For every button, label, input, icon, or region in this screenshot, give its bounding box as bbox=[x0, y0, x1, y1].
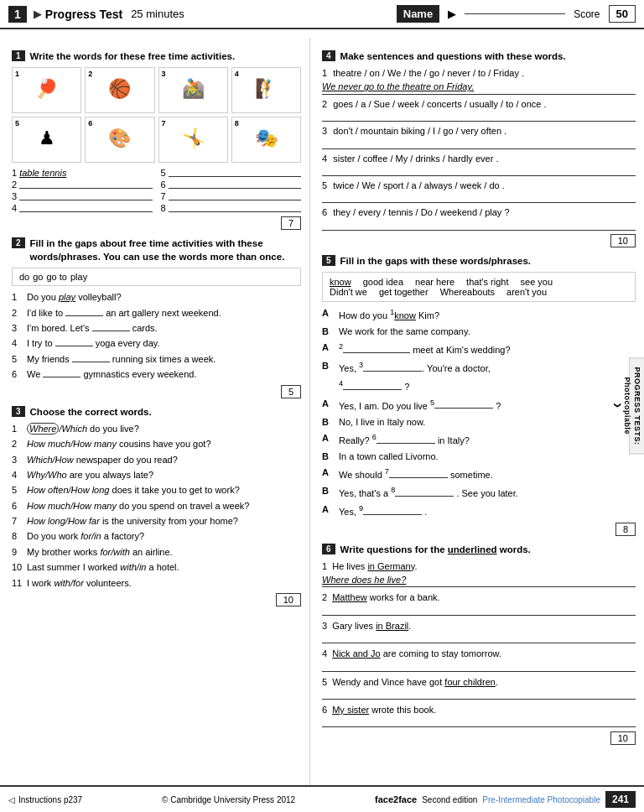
s6-answer-1: Where does he live? bbox=[322, 574, 636, 587]
section3-header: 3 Choose the correct words. bbox=[12, 405, 301, 419]
section6-num: 6 bbox=[322, 544, 335, 554]
s6-item-1: 1 He lives in Germany. Where does he liv… bbox=[322, 560, 636, 588]
footer-left: ◁ Instructions p237 bbox=[8, 795, 82, 804]
s6-underline-6: My sister bbox=[332, 705, 369, 715]
header-arrow: ▶ bbox=[34, 8, 42, 20]
s6-underline-3: in Brazil bbox=[376, 621, 408, 631]
dialogue-a6: A Yes, 9 . bbox=[322, 503, 636, 518]
s2-item-3: 3 I'm bored. Let's cards. bbox=[12, 322, 301, 335]
section3-score-box: 10 bbox=[12, 593, 301, 606]
s6-answer-2 bbox=[322, 606, 636, 616]
s6-underline-1: in Germany bbox=[367, 561, 414, 571]
s4-words-6: they / every / tennis / Do / weekend / p… bbox=[333, 207, 509, 217]
s2-answer-1: play bbox=[59, 292, 75, 302]
footer-right: face2face Second edition Pre-Intermediat… bbox=[375, 791, 636, 808]
dialogue-a5: A We should 7 sometime. bbox=[322, 466, 636, 481]
answer-rows: 1 table tennis 5 2 6 3 bbox=[12, 168, 301, 213]
s2-answer-4 bbox=[55, 346, 93, 346]
section4-score-box: 10 bbox=[322, 234, 636, 247]
section3-score: 10 bbox=[276, 593, 301, 606]
header-right: Name ▶ Score 50 bbox=[397, 5, 636, 23]
s3-item-2: 2 How much/How many cousins have you got… bbox=[12, 438, 301, 450]
s4-answer-3 bbox=[322, 139, 636, 149]
section5-word-bank: know good idea near here that's right se… bbox=[322, 272, 636, 302]
score-box: 50 bbox=[609, 5, 636, 23]
section2-list: 1 Do you play volleyball? 2 I'd like to … bbox=[12, 291, 301, 381]
activity-num-8: 8 bbox=[235, 119, 239, 128]
section4-list: 1 theatre / on / We / the / go / never /… bbox=[322, 67, 636, 231]
section5-title: Fill in the gaps with these words/phrase… bbox=[340, 254, 532, 268]
dialogue-b1: B We work for the same company. bbox=[322, 325, 636, 338]
activity-num-7: 7 bbox=[162, 119, 166, 128]
s4-item-2: 2 goes / a / Sue / week / concerts / usu… bbox=[322, 98, 636, 122]
s6-answer-3 bbox=[322, 633, 636, 643]
word-bank-row1: know good idea near here that's right se… bbox=[330, 277, 628, 287]
answer-row-2: 2 bbox=[12, 180, 153, 190]
s6-item-6: 6 My sister wrote this book. bbox=[322, 704, 636, 727]
footer-instructions[interactable]: Instructions p237 bbox=[18, 795, 82, 804]
activity-num-5: 5 bbox=[15, 119, 19, 128]
section4-header: 4 Make sentences and questions with thes… bbox=[322, 49, 636, 63]
section6-list: 1 He lives in Germany. Where does he liv… bbox=[322, 560, 636, 728]
section5-dialogue: A How do you 1know Kim? B We work for th… bbox=[322, 307, 636, 519]
s3-item-6: 6 How much/How many do you spend on trav… bbox=[12, 500, 301, 513]
dialogue-b5: B Yes, that's a 8 . See you later. bbox=[322, 485, 636, 500]
test-number: 1 bbox=[8, 6, 27, 23]
s4-words-1: theatre / on / We / the / go / never / t… bbox=[333, 68, 524, 78]
s6-answer-6 bbox=[322, 717, 636, 727]
s2-answer-3 bbox=[92, 331, 130, 331]
footer: ◁ Instructions p237 © Cambridge Universi… bbox=[0, 785, 644, 812]
footer-page-num: 241 bbox=[605, 791, 636, 808]
answer-num-6: 6 bbox=[161, 180, 166, 190]
s6-underline-2: Matthew bbox=[332, 592, 367, 602]
section6-title: Write questions for the underlined words… bbox=[340, 543, 531, 556]
footer-edition: Second edition bbox=[422, 795, 477, 804]
s2-answer-2 bbox=[65, 315, 103, 316]
s6-item-3: 3 Gary lives in Brazil. bbox=[322, 620, 636, 643]
wb-thats-right: that's right bbox=[466, 277, 508, 287]
section2-word-bank: do go go to play bbox=[12, 268, 301, 286]
sidebar-photocopiable: Photocopiable bbox=[623, 377, 631, 435]
dialogue-a3: A Yes, I am. Do you live 5 ? bbox=[322, 398, 636, 413]
activity-cell-3: 3 🚵 bbox=[158, 67, 228, 113]
header: 1 ▶ Progress Test 25 minutes Name ▶ Scor… bbox=[0, 0, 644, 29]
dialogue-a1: A How do you 1know Kim? bbox=[322, 307, 636, 322]
section3-list: 1 Where/Which do you live? 2 How much/Ho… bbox=[12, 423, 301, 590]
dialogue-b2b: 4 ? bbox=[322, 378, 636, 393]
table-tennis-icon: 🏓 bbox=[35, 78, 58, 100]
chess-icon: ♟ bbox=[39, 128, 55, 149]
s4-answer-6 bbox=[322, 221, 636, 231]
answer-row-4: 4 bbox=[12, 203, 153, 213]
s4-item-1: 1 theatre / on / We / the / go / never /… bbox=[322, 67, 636, 95]
section1-header: 1 Write the words for these free time ac… bbox=[12, 49, 301, 63]
s4-answer-1: We never go to the theatre on Friday. bbox=[322, 81, 636, 94]
section4-score: 10 bbox=[610, 234, 636, 247]
answer-num-7: 7 bbox=[161, 191, 166, 201]
footer-center: © Cambridge University Press 2012 bbox=[91, 795, 366, 804]
activity-cell-7: 7 🤸 bbox=[158, 117, 228, 163]
sidebar-tab: PROGRESS TESTS: Photocopiable ❯ bbox=[629, 357, 644, 454]
test-label: 1 ▶ Progress Test 25 minutes bbox=[8, 5, 184, 23]
s6-answer-4 bbox=[322, 662, 636, 672]
answer-val-1: table tennis bbox=[19, 168, 66, 178]
s3-item-7: 7 How long/How far is the university fro… bbox=[12, 515, 301, 528]
s4-answer-2 bbox=[322, 112, 636, 122]
section2-header: 2 Fill in the gaps about free time activ… bbox=[12, 237, 301, 263]
wb-didnt-we: Didn't we bbox=[330, 287, 367, 297]
s3-item-3: 3 Which/How newspaper do you read? bbox=[12, 454, 301, 466]
test-title: Progress Test bbox=[45, 8, 122, 21]
footer-copyright: © Cambridge University Press 2012 bbox=[162, 795, 295, 804]
gymnastics-icon: 🤸 bbox=[182, 128, 205, 149]
activity-cell-4: 4 🧗 bbox=[231, 67, 301, 113]
s3-item-9: 9 My brother works for/with an airline. bbox=[12, 546, 301, 559]
section1-score: 7 bbox=[281, 216, 301, 230]
answer-num-1: 1 bbox=[12, 168, 17, 178]
s6-item-2: 2 Matthew works for a bank. bbox=[322, 591, 636, 615]
footer-level: Pre-Intermediate Photocopiable bbox=[482, 795, 600, 804]
s3-item-11: 11 I work with/for volunteers. bbox=[12, 577, 301, 590]
section2-score-box: 5 bbox=[12, 385, 301, 398]
section4-title: Make sentences and questions with these … bbox=[340, 49, 566, 63]
word-bank-play: play bbox=[70, 272, 87, 282]
s4-answer-4 bbox=[322, 166, 636, 176]
section6-score: 10 bbox=[610, 731, 636, 745]
